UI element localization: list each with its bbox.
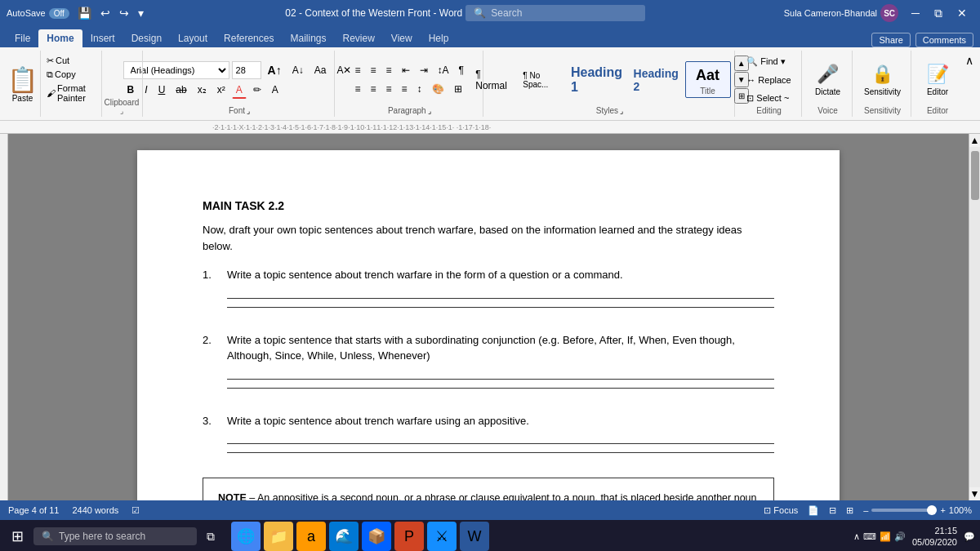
- view-web-icon[interactable]: ⊟: [829, 505, 836, 516]
- change-case-button[interactable]: Aa: [310, 62, 331, 78]
- styles-expand-icon[interactable]: ⌟: [620, 107, 623, 115]
- tab-mailings[interactable]: Mailings: [282, 29, 334, 47]
- ribbon-collapse-icon[interactable]: ∧: [965, 54, 973, 67]
- sort-button[interactable]: ↕A: [434, 62, 453, 78]
- style-normal[interactable]: ¶ Normal: [470, 67, 516, 93]
- keyboard-icon[interactable]: ⌨: [863, 531, 876, 542]
- taskbar-app-powerpoint[interactable]: P: [394, 522, 424, 551]
- tab-references[interactable]: References: [216, 29, 282, 47]
- restore-button[interactable]: ⧉: [928, 5, 949, 22]
- taskbar-app-battle[interactable]: ⚔: [427, 522, 457, 551]
- cut-button[interactable]: ✂ Cut: [44, 55, 98, 67]
- tab-layout[interactable]: Layout: [170, 29, 216, 47]
- style-nospace[interactable]: ¶ No Spac...: [518, 67, 564, 93]
- tab-review[interactable]: Review: [334, 29, 382, 47]
- editing-group: 🔍 Find ▾ ↔ Replace ⊡ Select ~ Editing: [737, 51, 802, 117]
- find-button[interactable]: 🔍 Find ▾: [742, 54, 790, 69]
- multilevel-button[interactable]: ≡: [382, 62, 396, 78]
- font-size-input[interactable]: [232, 61, 261, 79]
- volume-icon[interactable]: 🔊: [894, 531, 906, 542]
- align-left-button[interactable]: ≡: [351, 81, 365, 97]
- font-grow-button[interactable]: A↑: [264, 61, 286, 79]
- style-title[interactable]: Aat Title: [685, 61, 731, 98]
- paragraph-expand-icon[interactable]: ⌟: [428, 107, 431, 115]
- start-button[interactable]: ⊞: [5, 524, 30, 549]
- tab-file[interactable]: File: [7, 29, 38, 47]
- zoom-track[interactable]: [871, 509, 937, 512]
- shading-button[interactable]: 🎨: [428, 81, 448, 97]
- zoom-slider[interactable]: – + 100%: [863, 505, 972, 515]
- align-right-button[interactable]: ≡: [382, 81, 396, 97]
- font-color-button[interactable]: A: [268, 82, 283, 98]
- zoom-minus[interactable]: –: [863, 505, 868, 515]
- editor-button[interactable]: 📝 Editor: [920, 60, 956, 100]
- document-content[interactable]: MAIN TASK 2.2 Now, draft your own topic …: [8, 134, 969, 500]
- sensitivity-button[interactable]: 🔒 Sensitivity: [858, 60, 907, 100]
- taskbar-app-chrome[interactable]: 🌐: [231, 522, 261, 551]
- task-view-button[interactable]: ⧉: [200, 527, 221, 547]
- share-button[interactable]: Share: [871, 33, 910, 47]
- superscript-button[interactable]: x²: [213, 82, 229, 98]
- bullets-button[interactable]: ≡: [351, 62, 365, 78]
- numbering-button[interactable]: ≡: [367, 62, 381, 78]
- highlight-button[interactable]: ✏: [249, 82, 265, 98]
- decrease-indent-button[interactable]: ⇤: [398, 62, 414, 78]
- search-bar[interactable]: 🔍: [466, 5, 645, 21]
- view-read-icon[interactable]: ⊞: [846, 505, 853, 516]
- select-button[interactable]: ⊡ Select ~: [742, 91, 794, 106]
- close-button[interactable]: ✕: [951, 5, 973, 22]
- view-normal-icon[interactable]: 📄: [808, 505, 819, 516]
- scrollbar-thumb[interactable]: [971, 151, 979, 200]
- taskbar-app-edge[interactable]: 🌊: [329, 522, 359, 551]
- tab-insert[interactable]: Insert: [82, 29, 123, 47]
- borders-button[interactable]: ⊞: [450, 81, 466, 97]
- text-color-button[interactable]: A: [232, 82, 247, 99]
- underline-button[interactable]: U: [154, 82, 170, 98]
- format-painter-button[interactable]: 🖌 Format Painter: [44, 82, 98, 104]
- tab-view[interactable]: View: [383, 29, 421, 47]
- tab-design[interactable]: Design: [123, 29, 170, 47]
- scroll-up-button[interactable]: ▲: [969, 134, 980, 147]
- justify-button[interactable]: ≡: [398, 81, 412, 97]
- taskbar-search[interactable]: 🔍 Type here to search: [33, 527, 197, 545]
- notification-icon[interactable]: 💬: [964, 531, 975, 542]
- increase-indent-button[interactable]: ⇥: [416, 62, 432, 78]
- font-expand-icon[interactable]: ⌟: [247, 107, 250, 115]
- tab-help[interactable]: Help: [421, 29, 457, 47]
- customize-button[interactable]: ▾: [135, 5, 147, 21]
- clipboard-expand-icon[interactable]: ⌟: [120, 107, 123, 115]
- scrollbar-track[interactable]: [969, 147, 980, 487]
- find-expand-icon: ▾: [781, 56, 786, 67]
- scrollbar[interactable]: ▲ ▼: [969, 134, 980, 500]
- subscript-button[interactable]: x₂: [194, 82, 211, 98]
- scroll-down-button[interactable]: ▼: [969, 487, 980, 500]
- taskbar-app-dropbox[interactable]: 📦: [362, 522, 391, 551]
- redo-button[interactable]: ↪: [116, 5, 132, 21]
- minimize-button[interactable]: ─: [905, 5, 926, 22]
- focus-button[interactable]: ⊡ Focus: [764, 505, 798, 516]
- undo-button[interactable]: ↩: [97, 5, 114, 21]
- clock[interactable]: 21:15 05/09/2020: [912, 525, 957, 549]
- dictate-button[interactable]: 🎤 Dictate: [808, 60, 847, 100]
- autosave-toggle[interactable]: Off: [49, 8, 69, 19]
- tray-expand-icon[interactable]: ∧: [853, 531, 860, 542]
- taskbar-app-word[interactable]: W: [460, 522, 489, 551]
- save-button[interactable]: 💾: [74, 5, 95, 21]
- show-marks-button[interactable]: ¶: [455, 62, 468, 78]
- tab-home[interactable]: Home: [38, 29, 82, 47]
- strikethrough-button[interactable]: ab: [172, 82, 190, 98]
- zoom-plus[interactable]: +: [940, 505, 945, 515]
- comments-button[interactable]: Comments: [915, 33, 973, 47]
- taskbar-app-files[interactable]: 📁: [264, 522, 293, 551]
- replace-button[interactable]: ↔ Replace: [742, 73, 795, 87]
- font-shrink-button[interactable]: A↓: [288, 62, 308, 78]
- style-heading1[interactable]: Heading 1: [566, 67, 627, 93]
- align-center-button[interactable]: ≡: [367, 81, 381, 97]
- style-heading2[interactable]: Heading 2: [629, 67, 684, 93]
- taskbar-app-amazon[interactable]: a: [296, 522, 326, 551]
- paste-button[interactable]: 📋 Paste: [5, 51, 41, 117]
- line-spacing-button[interactable]: ↕: [413, 81, 426, 97]
- search-input[interactable]: [491, 7, 637, 19]
- copy-button[interactable]: ⧉ Copy: [44, 69, 98, 81]
- network-icon[interactable]: 📶: [880, 531, 891, 542]
